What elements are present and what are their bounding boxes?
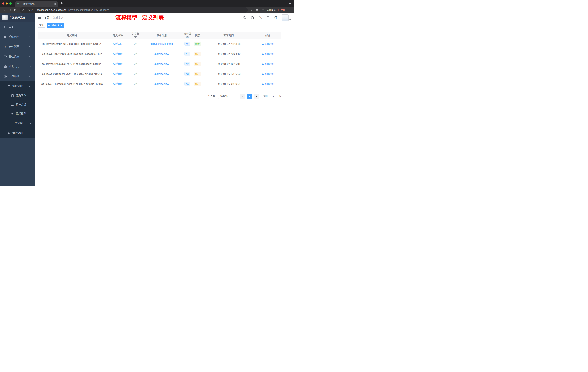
column-header: 流程版本 [182, 32, 192, 39]
column-header: 定义分类 [130, 32, 141, 39]
breadcrumb-home[interactable]: 首页 [44, 16, 49, 19]
page-size-select[interactable]: 10条/页 [218, 94, 235, 99]
sidebar-item-process-form[interactable]: 流程表单 [0, 91, 35, 100]
form-link[interactable]: /bpm/oa/leave/create [150, 42, 174, 45]
user-icon [262, 43, 264, 45]
password-key-icon[interactable] [250, 8, 253, 11]
sidebar-item-workflow[interactable]: 工作流程 [0, 71, 35, 81]
address-bar[interactable]: 不安全 dashboard.yudao.iocoder.cn/bpm/manag… [20, 8, 248, 12]
tab-search-chevron-icon[interactable] [289, 3, 291, 4]
status-badge: 挂起 [194, 82, 201, 86]
top-navbar: 首页 / 流程定义 流程模型 - 定义列表 ? TT [35, 13, 294, 22]
tag-home[interactable]: 首页 [38, 23, 45, 28]
search-icon[interactable] [243, 16, 246, 19]
font-size-icon[interactable]: TT [274, 16, 277, 19]
column-header: 定义名称 [106, 32, 130, 39]
form-link[interactable]: /bpm/oa/flow [154, 82, 169, 85]
definition-name-link[interactable]: OA 请假 [113, 82, 122, 86]
form-icon [11, 94, 14, 97]
send-icon [11, 112, 14, 115]
sidebar-item-dev-tools[interactable]: 研发工具 [0, 62, 35, 71]
navbar-right-cluster: ? TT [243, 14, 291, 21]
assign-rule-link[interactable]: 分配规则 [262, 62, 274, 66]
fullscreen-icon[interactable] [267, 16, 270, 19]
assign-rule-link[interactable]: 分配规则 [262, 42, 274, 45]
assign-rule-link[interactable]: 分配规则 [262, 82, 274, 86]
sidebar-item-label: 首页 [9, 25, 14, 29]
chevron-down-icon [29, 46, 31, 47]
close-window-button[interactable] [2, 2, 4, 5]
definition-name-link[interactable]: OA 请假 [113, 62, 122, 66]
sidebar-item-process-model[interactable]: 流程模型 [0, 109, 35, 118]
tag-close-icon[interactable] [61, 25, 62, 26]
logo-avatar [2, 15, 8, 20]
new-tab-button[interactable] [60, 2, 63, 5]
browser-tab[interactable]: 芋道管理系统 [15, 1, 58, 7]
sidebar-item-label: 流程模型 [16, 112, 26, 115]
form-link[interactable]: /bpm/oa/flow [154, 52, 169, 55]
page-jump-input[interactable] [270, 94, 277, 99]
sidebar-item-leave-query[interactable]: 请假查询 [0, 128, 35, 138]
incognito-icon [261, 8, 265, 11]
bookmark-star-icon[interactable] [255, 8, 259, 11]
form-link[interactable]: /bpm/oa/flow [154, 72, 169, 75]
definition-name-link[interactable]: OA 请假 [113, 72, 122, 76]
sidebar-item-home[interactable]: 首页 [0, 22, 35, 32]
definition-name-link[interactable]: OA 请假 [113, 42, 122, 45]
workflow-submenu: 流程管理 流程表单 用户分组 [0, 81, 35, 138]
gear-icon [4, 35, 7, 38]
column-header: 部署时间 [202, 32, 255, 39]
kebab-menu-icon[interactable] [291, 9, 292, 11]
forward-icon[interactable] [7, 8, 12, 12]
table-row: oa_leave:1:482ec033-762a-11ec-8477-a2380… [38, 79, 281, 89]
toolbar-right-cluster: 无痕模式 更新 [250, 8, 292, 12]
url-domain: dashboard.yudao.iocoder.cn [37, 9, 66, 11]
sidebar-item-label: 流程管理 [12, 85, 22, 88]
minimize-window-button[interactable] [6, 2, 8, 5]
url-path: /bpm/manager/definition?key=oa_leave [68, 9, 109, 11]
tag-process-definition[interactable]: 流程定义 [47, 23, 64, 28]
prev-page-button[interactable] [240, 94, 245, 99]
sidebar-collapse-icon[interactable] [38, 16, 41, 19]
user-icon [7, 132, 10, 134]
sidebar-item-process-management[interactable]: 流程管理 [0, 81, 35, 91]
assign-rule-link[interactable]: 分配规则 [262, 72, 274, 76]
toolbox-icon [4, 65, 7, 68]
sidebar-item-label: 任务管理 [12, 121, 22, 125]
sidebar-item-task-management[interactable]: 任务管理 [0, 118, 35, 128]
form-link[interactable]: /bpm/oa/flow [154, 62, 169, 65]
sidebar-item-label: 用户分组 [16, 103, 26, 106]
not-secure-warning-icon[interactable] [22, 9, 25, 11]
list-icon [7, 85, 10, 88]
definition-category: OA [130, 39, 141, 49]
assign-rule-link[interactable]: 分配规则 [262, 52, 274, 55]
version-badge: v4 [184, 52, 190, 56]
sidebar-item-infrastructure[interactable]: 基础设施 [0, 52, 35, 62]
app-title: 芋道管理系统 [10, 16, 25, 20]
help-icon[interactable]: ? [259, 16, 262, 19]
sidebar-item-user-group[interactable]: 用户分组 [0, 100, 35, 109]
annotation-text: 流程模型 - 定义列表 [116, 14, 164, 22]
reload-icon[interactable] [13, 8, 18, 12]
user-avatar[interactable] [282, 14, 289, 21]
deploy-time: 2022-01-22 20:34:10 [202, 49, 255, 59]
browser-update-button[interactable]: 更新 [278, 8, 288, 12]
breadcrumb: 首页 / 流程定义 [44, 16, 63, 19]
table-row: oa_leave:5:004b710b-7b8a-11ec-8ef0-acde4… [38, 39, 281, 49]
pagination: 共 5 条 10条/页 1 前往 页 [38, 94, 281, 99]
definition-name-link[interactable]: OA 请假 [113, 52, 122, 55]
column-header: 表单信息 [141, 32, 182, 39]
sidebar-item-payment[interactable]: ¥ 支付管理 [0, 42, 35, 52]
zoom-window-button[interactable] [10, 2, 12, 5]
back-icon[interactable] [2, 8, 7, 12]
user-menu[interactable] [282, 14, 291, 21]
github-icon[interactable] [251, 16, 254, 20]
breadcrumb-separator: / [51, 16, 52, 19]
site-favicon-icon [17, 3, 20, 5]
page-number-current[interactable]: 1 [247, 94, 252, 99]
chevron-up-icon [29, 76, 31, 77]
sidebar-item-system[interactable]: 系统管理 [0, 32, 35, 42]
tab-close-icon[interactable] [54, 3, 56, 5]
next-page-button[interactable] [254, 94, 259, 99]
page-size-value: 10条/页 [220, 95, 228, 98]
